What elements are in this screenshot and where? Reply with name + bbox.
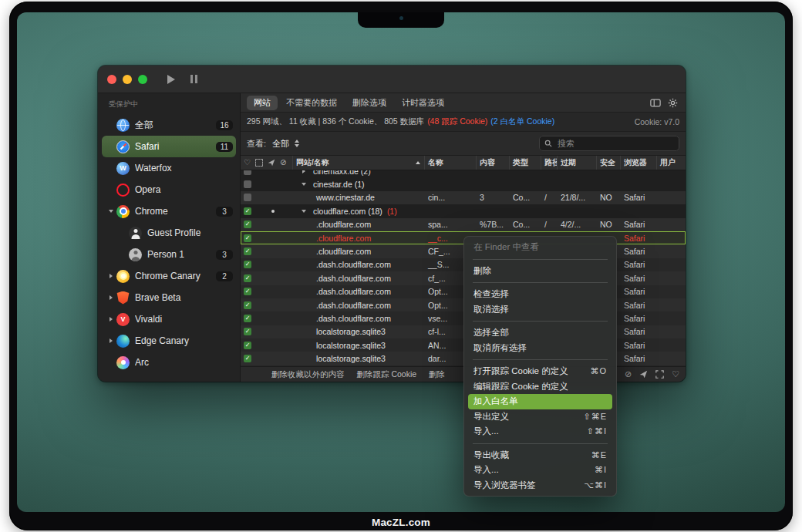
checkbox-checked-icon[interactable] (244, 315, 251, 322)
menu-item-19[interactable]: 导入浏览器书签⌥⌘I (468, 478, 612, 493)
sidebar: 受保护中 全部16Safari11WaterfoxOperaChrome3Gue… (98, 93, 241, 382)
menu-item-11[interactable]: 打开跟踪 Cookie 的定义⌘O (468, 364, 612, 379)
column-header-browser[interactable]: 浏览器 (621, 156, 657, 170)
selection-box-icon[interactable] (255, 159, 263, 167)
play-icon[interactable] (167, 75, 175, 84)
settings-gear-icon[interactable] (668, 93, 678, 112)
tab-3[interactable]: 删除选项 (345, 96, 393, 110)
checkbox-checked-icon[interactable] (244, 247, 251, 255)
column-header-type[interactable]: 类型 (510, 156, 541, 170)
tab-4[interactable]: 计时器选项 (395, 96, 451, 110)
chevron-right-icon[interactable] (106, 274, 116, 278)
view-popup[interactable]: 全部 (272, 138, 299, 150)
menu-item-6[interactable]: 取消选择 (468, 302, 612, 318)
footer-action-2[interactable]: 删除跟踪 Cookie (357, 369, 417, 380)
checkbox-empty-icon[interactable] (244, 180, 251, 188)
menu-item-14[interactable]: 导出定义⇧⌘E (468, 409, 612, 425)
menu-item-13[interactable]: 加入白名单 (468, 394, 612, 409)
sidebar-item-vivaldi[interactable]: Vivaldi (102, 308, 236, 330)
menu-separator (473, 282, 608, 283)
close-button[interactable] (107, 75, 116, 84)
menu-item-15[interactable]: 导入...⇧⌘I (468, 424, 612, 439)
column-header-content[interactable]: 内容 (477, 156, 510, 170)
footer-action-3[interactable]: 删除 (429, 369, 445, 380)
checkbox-checked-icon[interactable] (244, 355, 251, 362)
sidebar-item-safari[interactable]: Safari11 (102, 136, 236, 157)
send-icon[interactable] (268, 159, 275, 167)
heart-icon[interactable]: ♡ (672, 370, 679, 379)
checkbox-checked-icon[interactable] (244, 328, 251, 335)
sidebar-item-all[interactable]: 全部16 (102, 114, 236, 136)
checkbox-checked-icon[interactable] (244, 342, 251, 349)
sidebar-item-waterfox[interactable]: Waterfox (102, 157, 236, 179)
checkbox-checked-icon[interactable] (244, 221, 251, 228)
send-icon[interactable] (639, 370, 648, 379)
chevron-down-icon[interactable] (299, 210, 308, 213)
frame-select-icon[interactable] (655, 370, 664, 379)
table-row[interactable]: cinestar.de (1) (241, 177, 686, 190)
count-badge: 3 (216, 250, 233, 260)
table-row[interactable]: .cloudflare.comspa...%7B...Co.../4/2/...… (241, 218, 686, 231)
chevron-right-icon[interactable] (106, 295, 116, 300)
menu-item-9[interactable]: 取消所有选择 (468, 341, 612, 356)
checkbox-empty-icon[interactable] (244, 194, 251, 201)
table-row[interactable]: cloudflare.com (18)(1) (241, 204, 686, 217)
tab-1[interactable]: 网站 (247, 96, 278, 110)
favorite-heart-icon[interactable]: ♡ (244, 159, 251, 167)
chevron-down-icon[interactable] (299, 183, 308, 186)
search-input[interactable] (556, 138, 674, 149)
search-field[interactable] (539, 136, 679, 151)
column-header-secure[interactable]: 安全 (597, 156, 621, 170)
checkbox-checked-icon[interactable] (244, 234, 251, 242)
checkbox-checked-icon[interactable] (244, 301, 251, 309)
footer-action-1[interactable]: 删除收藏以外的内容 (271, 369, 345, 380)
menu-item-3[interactable]: 删除 (468, 264, 612, 279)
person-icon (129, 248, 142, 261)
site-name-cell: .dash.cloudflare.com (293, 311, 425, 325)
column-header-expires[interactable]: 过期 (558, 156, 597, 170)
checkbox-empty-icon[interactable] (244, 170, 251, 175)
block-icon[interactable]: ⊘ (625, 370, 632, 379)
sidebar-item-chrome[interactable]: Chrome3 (102, 200, 236, 222)
menu-item-17[interactable]: 导出收藏⌘E (468, 448, 612, 463)
column-header-user[interactable]: 用户 (657, 156, 686, 170)
chevron-down-icon[interactable] (106, 210, 116, 213)
sidebar-item-chrome-guest-profile[interactable]: Guest Profile (102, 222, 236, 244)
checkbox-checked-icon[interactable] (244, 207, 251, 215)
menu-item-12[interactable]: 编辑跟踪 Cookie 的定义 (468, 379, 612, 395)
pause-icon[interactable] (190, 75, 197, 83)
cell-user (657, 231, 686, 244)
sidebar-item-brave-beta[interactable]: Brave Beta (102, 287, 236, 308)
menu-item-5[interactable]: 检查选择 (468, 287, 612, 302)
sidebar-item-edge-canary[interactable]: Edge Canary (102, 330, 236, 352)
table-row[interactable]: www.cinestar.decin...3Co.../21/8/...NOSa… (241, 191, 686, 204)
chevron-right-icon[interactable] (106, 338, 116, 343)
block-icon[interactable]: ⊘ (280, 159, 286, 167)
chevron-right-icon[interactable] (106, 317, 116, 322)
sidebar-item-chrome-person-1[interactable]: Person 13 (102, 244, 236, 265)
column-header-site[interactable]: 网站/名称 (293, 156, 425, 170)
checkbox-checked-icon[interactable] (244, 288, 251, 295)
menu-item-18[interactable]: 导入...⌘I (468, 463, 612, 478)
column-header-path[interactable]: 路径 (541, 156, 558, 170)
minimize-button[interactable] (123, 75, 132, 84)
tab-2[interactable]: 不需要的数据 (279, 96, 344, 110)
checkbox-checked-icon[interactable] (244, 261, 251, 268)
sort-ascending-icon (416, 161, 420, 164)
zoom-button[interactable] (138, 75, 147, 84)
panel-toggle-icon[interactable] (650, 93, 661, 112)
cell-path (541, 177, 558, 190)
chevron-right-icon[interactable] (299, 170, 308, 173)
menu-item-8[interactable]: 选择全部 (468, 325, 612, 341)
table-row[interactable]: cinemaxx.de (2) (241, 170, 686, 177)
sidebar-item-opera[interactable]: Opera (102, 179, 236, 200)
sidebar-item-arc[interactable]: Arc (102, 352, 236, 373)
site-name-cell: .cloudflare.com (293, 231, 425, 244)
sidebar-item-chrome-canary[interactable]: Chrome Canary2 (102, 265, 236, 287)
row-icon-cell (241, 244, 293, 258)
column-header-name[interactable]: 名称 (425, 156, 477, 170)
checkbox-checked-icon[interactable] (244, 274, 251, 282)
menu-separator (473, 359, 608, 360)
menu-item-label: 检查选择 (473, 288, 509, 300)
menu-item-shortcut: ⌘O (590, 366, 607, 376)
